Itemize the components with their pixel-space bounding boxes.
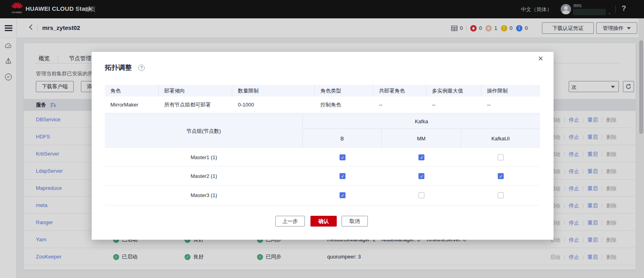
- topology-row-master1: Master1 (1): [105, 148, 540, 167]
- node-group-label: Master2 (1): [105, 167, 303, 185]
- col-role: 角色: [105, 85, 159, 97]
- checkbox-master3-b[interactable]: [340, 192, 346, 198]
- max-instances: --: [426, 102, 481, 108]
- quantity-limit: 0-1000: [232, 102, 315, 108]
- node-group-header: 节点组(节点数): [105, 114, 303, 148]
- dialog-title: 拓扑调整: [105, 63, 132, 72]
- col-kafkaui: KafkaUI: [461, 129, 540, 148]
- col-role-type: 角色类型: [315, 85, 373, 97]
- col-quantity-limit: 数量限制: [232, 85, 315, 97]
- operation-limit: --: [481, 102, 540, 108]
- close-icon[interactable]: ×: [538, 54, 543, 63]
- previous-step-button[interactable]: 上一步: [275, 216, 305, 227]
- role-table-header: 角色 部署倾向 数量限制 角色类型 共部署角色 多实例最大值 操作限制: [105, 85, 540, 97]
- col-max-instances: 多实例最大值: [426, 85, 481, 97]
- role-name: MirrorMaker: [105, 102, 159, 108]
- topology-row-master2: Master2 (1): [105, 167, 540, 185]
- checkbox-master2-b[interactable]: [340, 173, 346, 179]
- codeployed-role: --: [373, 102, 426, 108]
- topology-row-master3: Master3 (1): [105, 185, 540, 205]
- node-group-label: Master3 (1): [105, 185, 303, 205]
- checkbox-master3-mm[interactable]: [418, 192, 424, 198]
- col-deploy-preference: 部署倾向: [159, 85, 232, 97]
- col-operation-limit: 操作限制: [481, 85, 540, 97]
- cancel-button[interactable]: 取消: [342, 216, 368, 227]
- topology-table: 节点组(节点数) Kafka B MM KafkaUI Master1 (1) …: [105, 114, 540, 205]
- col-broker: B: [303, 129, 382, 148]
- topology-adjust-dialog: × 拓扑调整 ? 角色 部署倾向 数量限制 角色类型 共部署角色 多实例最大值 …: [92, 52, 554, 240]
- node-group-label: Master1 (1): [105, 148, 303, 166]
- help-icon[interactable]: ?: [138, 65, 145, 71]
- role-info-table: 角色 部署倾向 数量限制 角色类型 共部署角色 多实例最大值 操作限制 Mirr…: [105, 85, 540, 113]
- deploy-preference: 所有节点组都可部署: [159, 101, 232, 108]
- role-table-row: MirrorMaker 所有节点组都可部署 0-1000 控制角色 -- -- …: [105, 97, 540, 113]
- checkbox-master2-kafkaui[interactable]: [498, 173, 504, 179]
- confirm-button[interactable]: 确认: [310, 216, 337, 227]
- checkbox-master3-kafkaui[interactable]: [498, 192, 504, 198]
- checkbox-master2-mm[interactable]: [418, 173, 424, 179]
- checkbox-master1-mm[interactable]: [418, 154, 424, 160]
- screen: HUAWEI HUAWEI CLOUD Stack 首页 中文（简体） mrs …: [0, 0, 644, 278]
- col-codeployed-role: 共部署角色: [373, 85, 426, 97]
- col-mirrormaker: MM: [382, 129, 461, 148]
- checkbox-master1-kafkaui[interactable]: [498, 154, 504, 160]
- checkbox-master1-b[interactable]: [340, 154, 346, 160]
- role-type: 控制角色: [315, 101, 373, 108]
- kafka-header: Kafka: [303, 114, 540, 129]
